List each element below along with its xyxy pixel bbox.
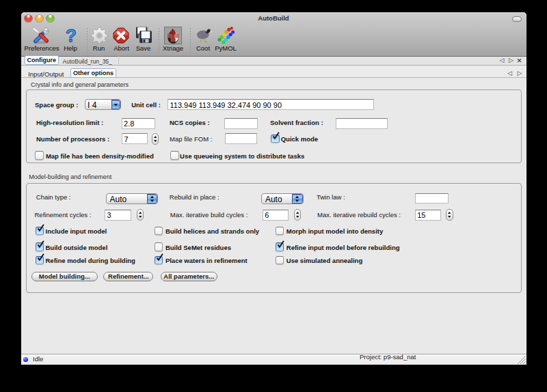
svg-text:?: ? xyxy=(66,27,77,44)
